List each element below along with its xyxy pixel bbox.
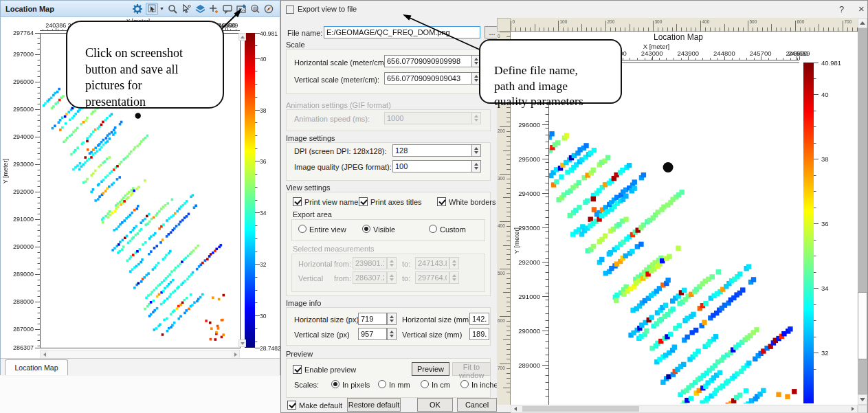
dpi-label: DPI (screen DPI: 128x128):: [294, 147, 387, 155]
v-size-px-input[interactable]: [358, 328, 387, 340]
tab-location-map[interactable]: Location Map: [5, 359, 68, 375]
animation-speed-spinner: [471, 112, 481, 124]
sm-v-from-label: from:: [334, 274, 351, 282]
in-mm-label: In mm: [389, 381, 410, 389]
preview-scroll-left-button[interactable]: [511, 405, 520, 412]
v-size-mm-input[interactable]: [469, 328, 489, 340]
scales-label: Scales:: [294, 381, 319, 389]
y-tick-label: 294000: [6, 133, 34, 140]
custom-radio[interactable]: [429, 225, 437, 233]
h-size-mm-input[interactable]: [469, 313, 489, 325]
find-at-icon[interactable]: @: [249, 3, 260, 14]
image-quality-input[interactable]: [392, 160, 472, 172]
preview-map-title: Location Map: [623, 32, 733, 42]
sm-v-to-input: [415, 271, 449, 284]
dialog-title: Export view to file: [298, 5, 357, 13]
preview-colorbar-tick-label: 40.981: [821, 59, 849, 67]
in-inches-radio[interactable]: [460, 380, 469, 388]
preview-button[interactable]: Preview: [412, 362, 449, 376]
sm-v-to-spinner: [449, 271, 459, 284]
colorbar-tick-label: 40: [260, 56, 281, 63]
visible-radio[interactable]: [362, 225, 370, 233]
dpi-input[interactable]: [392, 144, 472, 157]
image-quality-spinner[interactable]: [471, 160, 481, 172]
select-mode-dropdown-icon[interactable]: ▼: [159, 6, 164, 11]
preview-colorbar-tick-label: 32: [821, 349, 849, 357]
make-default-checkbox[interactable]: [287, 401, 296, 410]
vertical-scale-input[interactable]: [384, 72, 472, 85]
close-button[interactable]: ×: [858, 3, 865, 14]
preview-y-tick-label: 292000: [513, 258, 540, 266]
horizontal-scale-input[interactable]: [384, 55, 472, 67]
cancel-button[interactable]: Cancel: [457, 398, 497, 412]
h-size-px-input[interactable]: [358, 313, 387, 325]
colorbar-tick-label: 40.981: [260, 30, 281, 37]
map-scroll-right-button[interactable]: [232, 350, 239, 358]
print-axes-titles-label: Print axes titles: [370, 198, 422, 206]
sm-vertical-label: Vertical: [298, 274, 323, 282]
map-scroll-down-button[interactable]: [238, 339, 246, 347]
v-size-px-spinner[interactable]: [387, 328, 397, 340]
y-tick-label: 293000: [6, 161, 34, 168]
settings-gear-icon[interactable]: [132, 3, 143, 14]
horizontal-ruler: [511, 18, 858, 32]
in-cm-radio[interactable]: [421, 380, 429, 388]
preview-scroll-down-button[interactable]: [858, 394, 867, 405]
print-view-name-checkbox[interactable]: [293, 197, 302, 206]
v-size-px-label: Vertical size (px): [294, 331, 350, 339]
callout-filename-text: Define file name, path and image quality…: [494, 63, 583, 109]
sm-h-to-spinner: [449, 257, 459, 269]
preview-scroll-up-button[interactable]: [858, 18, 867, 28]
sm-h-from-spinner: [387, 257, 397, 269]
colorbar-tick-label: 34: [260, 210, 281, 216]
animation-group-title: Animation settings (GIF format): [286, 101, 391, 109]
colorbar-tick-label: 32: [260, 261, 281, 268]
print-axes-titles-checkbox[interactable]: [359, 197, 368, 206]
in-mm-radio[interactable]: [378, 380, 386, 388]
h-size-mm-label: Horizontal size (mm): [402, 315, 471, 324]
sm-horizontal-label: Horizontal: [298, 260, 333, 268]
visible-label: Visible: [373, 225, 395, 234]
compass-icon[interactable]: [263, 3, 274, 14]
callout-filename-note: Define file name, path and image quality…: [479, 39, 622, 104]
white-borders-label: White borders: [449, 198, 496, 206]
white-borders-checkbox[interactable]: [437, 197, 446, 206]
make-default-label: Make default: [299, 401, 342, 410]
y-tick-label: 296000: [6, 78, 34, 85]
dpi-spinner[interactable]: [471, 144, 481, 157]
enable-preview-label: Enable preview: [304, 366, 356, 374]
file-name-label: File name:: [287, 29, 322, 37]
map-scroll-left-button[interactable]: [41, 350, 48, 358]
image-info-title: Image info: [286, 299, 321, 307]
preview-y-tick-label: 296000: [513, 121, 540, 129]
select-mode-icon[interactable]: [146, 3, 158, 15]
image-quality-label: Image quality (JPEG format):: [294, 163, 392, 171]
zoom-magnifier-icon[interactable]: [167, 3, 178, 14]
preview-hscrollbar-thumb[interactable]: [522, 406, 639, 412]
y-tick-label: 295000: [6, 106, 34, 113]
help-button[interactable]: ?: [839, 4, 844, 14]
in-pixels-radio[interactable]: [331, 380, 340, 388]
in-pixels-label: In pixels: [342, 381, 370, 389]
preview-x-tick-label: 244800: [713, 49, 735, 57]
y-tick-label: 286307: [6, 344, 34, 351]
h-size-px-spinner[interactable]: [387, 313, 397, 325]
preview-scroll-right-button[interactable]: [849, 405, 857, 412]
ruler-corner: [497, 18, 511, 32]
ok-button[interactable]: OK: [417, 398, 453, 412]
h-size-px-label: Horizontal size (px): [294, 315, 359, 324]
svg-text:@: @: [253, 5, 258, 11]
view-settings-title: View settings: [286, 183, 331, 192]
preview-colorbar-tick-label: 34: [821, 284, 849, 292]
restore-default-button[interactable]: Restore default: [347, 398, 401, 412]
callout-screenshot-text: Click on screenshot button and save all …: [85, 46, 183, 109]
preview-y-tick-label: 291000: [513, 293, 540, 300]
enable-preview-checkbox[interactable]: [293, 365, 302, 374]
in-cm-label: In cm: [432, 381, 450, 389]
preview-horizontal-scrollbar[interactable]: [511, 405, 858, 413]
sm-h-from-input: [353, 257, 387, 269]
entire-view-radio[interactable]: [298, 225, 307, 233]
preview-scrollbar-thumb[interactable]: [858, 292, 867, 359]
print-view-name-label: Print view name: [304, 198, 358, 206]
v-size-mm-label: Vertical size (mm): [402, 331, 462, 339]
